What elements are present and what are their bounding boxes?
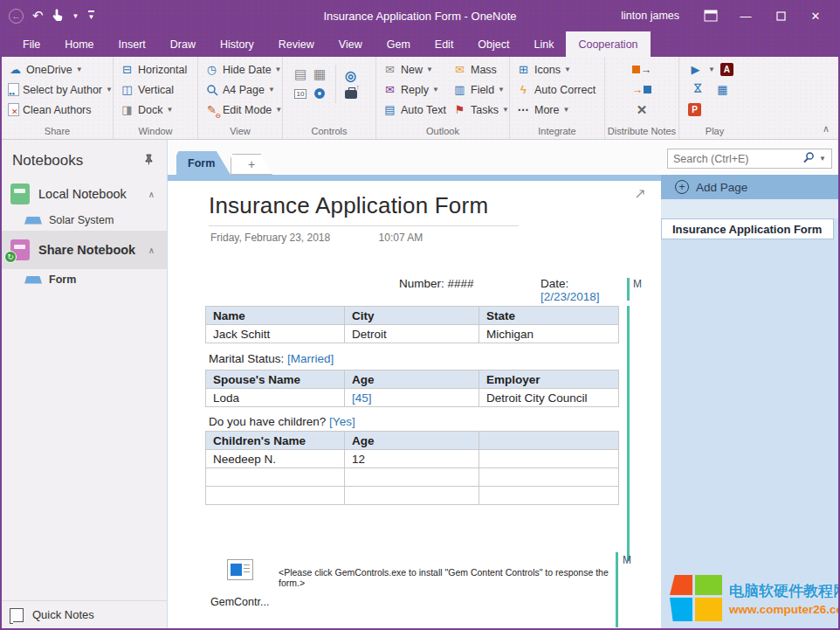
close-button[interactable]: ✕ (798, 3, 833, 29)
marital-status-label[interactable]: Marital Status: (209, 352, 284, 365)
notebook-local[interactable]: Local Notebook ∧ (2, 178, 167, 210)
table-header-cell[interactable]: Age (345, 370, 479, 389)
date-label[interactable]: Date: (540, 277, 568, 290)
expand-page-icon[interactable] (634, 188, 646, 204)
target-control-icon[interactable]: ◎ (343, 69, 358, 83)
maximize-button[interactable] (763, 3, 798, 29)
search-scope-dropdown-icon[interactable]: ▼ (819, 155, 826, 163)
distribute-pages-button[interactable]: → (605, 59, 678, 80)
table-cell[interactable]: Detroit City Council (479, 389, 619, 407)
scanner-icon[interactable]: ⋈ (691, 82, 705, 97)
section-solar-system[interactable]: Solar System (2, 210, 167, 231)
collapse-ribbon-icon[interactable]: ∧ (823, 123, 830, 135)
date-field-link[interactable]: [2/23/2018] (540, 290, 600, 303)
tab-history[interactable]: History (208, 31, 266, 57)
dock-button[interactable]: ◨ Dock ▼ (114, 100, 197, 120)
page-list-item[interactable]: Insurance Application Form (661, 218, 834, 239)
onedrive-button[interactable]: ☁ OneDrive ▼ (2, 59, 113, 80)
powerpoint-icon[interactable]: P (688, 103, 701, 116)
vertical-button[interactable]: ◫ Vertical (114, 80, 197, 100)
pin-icon[interactable] (143, 153, 155, 169)
briefcase-control-icon[interactable] (345, 90, 357, 99)
cancel-distribute-button[interactable]: ✕ (605, 100, 678, 120)
number-label[interactable]: Number: (399, 277, 444, 290)
tab-home[interactable]: Home (52, 31, 106, 57)
notebook-share[interactable]: ↻ Share Notebook ∧ (2, 231, 167, 269)
table-cell[interactable]: Needeep N. (206, 450, 345, 468)
search-box[interactable]: ▼ (667, 149, 832, 169)
tab-draw[interactable]: Draw (158, 31, 208, 57)
tab-file[interactable]: File (10, 31, 52, 57)
collect-pages-button[interactable]: → (605, 80, 678, 100)
table-cell[interactable] (206, 468, 345, 487)
quick-notes-button[interactable]: Quick Notes (2, 600, 167, 628)
hide-date-button[interactable]: ◷ Hide Date ▼ (198, 59, 282, 80)
table-header-cell[interactable]: Spouse's Name (206, 370, 345, 389)
table-header-cell[interactable]: State (479, 307, 619, 325)
table-header-cell[interactable]: Employer (479, 370, 619, 389)
table-globe-icon[interactable]: ▦ (715, 83, 730, 97)
slideshow-button[interactable]: ▶ ▼ A (679, 59, 750, 80)
select-by-author-button[interactable]: Select by Author ▼ (2, 80, 113, 100)
search-input[interactable] (673, 153, 798, 165)
section-tab-form[interactable]: Form (176, 151, 231, 175)
table-cell[interactable]: [45] (345, 389, 479, 407)
table-header-cell[interactable]: Age (345, 432, 479, 450)
table-control-icon[interactable]: ▦ (313, 67, 327, 81)
chevron-up-icon[interactable]: ∧ (148, 246, 155, 255)
chevron-up-icon[interactable]: ∧ (148, 190, 155, 199)
auto-correct-button[interactable]: ϟ Auto Correct (510, 80, 604, 100)
signed-in-user[interactable]: linton james (621, 10, 679, 22)
attachment-note[interactable]: <Please click GemControls.exe to install… (279, 567, 621, 588)
horizontal-button[interactable]: ⊟ Horizontal (114, 59, 197, 80)
tab-review[interactable]: Review (266, 31, 327, 57)
table-cell[interactable]: Jack Schitt (206, 325, 345, 343)
tasks-button[interactable]: ⚑ Tasks ▼ (446, 100, 509, 120)
table-cell[interactable] (345, 468, 479, 487)
table-header-cell[interactable]: City (345, 307, 479, 325)
ribbon-display-options-icon[interactable] (693, 3, 728, 29)
icons-button[interactable]: ⊞ Icons ▼ (510, 59, 604, 80)
clean-authors-button[interactable]: Clean Authors (2, 100, 113, 120)
table-cell[interactable]: Loda (206, 389, 345, 407)
tab-object[interactable]: Object (465, 31, 521, 57)
children-question-link[interactable]: [Yes] (329, 415, 355, 428)
tab-cooperation[interactable]: Cooperation (566, 31, 650, 57)
field-button[interactable]: ▥ Field ▼ (446, 80, 509, 100)
form-control-icon[interactable]: ▤ (293, 67, 308, 81)
section-form[interactable]: Form (2, 269, 167, 290)
marital-status-link[interactable]: [Married] (287, 352, 334, 365)
table-cell[interactable] (345, 487, 479, 505)
tab-link[interactable]: Link (522, 31, 567, 57)
edit-mode-button[interactable]: ✎ Edit Mode ▼ (198, 100, 282, 120)
table-cell[interactable] (479, 468, 619, 487)
attachment-file-icon[interactable] (227, 559, 253, 580)
tab-view[interactable]: View (327, 31, 375, 57)
tab-insert[interactable]: Insert (107, 31, 158, 57)
page-title[interactable]: Insurance Application Form (209, 192, 488, 219)
radio-control-icon[interactable] (314, 88, 325, 99)
form-field-link[interactable]: [45] (352, 391, 372, 405)
minimize-button[interactable]: — (728, 3, 763, 29)
new-mail-button[interactable]: ✉ New ▼ (376, 59, 446, 80)
table-cell[interactable]: Detroit (345, 325, 479, 343)
number-control-icon[interactable]: 10 (294, 89, 307, 99)
reply-button[interactable]: ✉ Reply ▼ (376, 80, 446, 100)
table-cell[interactable]: Michigan (479, 325, 619, 343)
tab-edit[interactable]: Edit (423, 31, 466, 57)
table-header-cell[interactable] (479, 432, 619, 450)
children-question-label[interactable]: Do you have children? (209, 415, 326, 428)
a4-page-button[interactable]: A4 Page ▼ (198, 80, 282, 100)
search-icon[interactable] (802, 151, 815, 167)
table-cell[interactable]: 12 (345, 450, 479, 468)
add-page-button[interactable]: + Add Page (661, 175, 838, 199)
attachment-name[interactable]: GemContr... (210, 596, 269, 608)
new-section-tab[interactable]: + (231, 154, 272, 175)
table-header-cell[interactable]: Name (206, 307, 345, 325)
mass-mail-button[interactable]: ✉ Mass (446, 59, 509, 80)
pdf-icon[interactable]: A (720, 63, 733, 76)
table-cell[interactable] (479, 487, 619, 505)
more-button[interactable]: ⋯ More ▼ (510, 100, 604, 120)
auto-text-button[interactable]: ▤ Auto Text (376, 100, 446, 120)
number-value[interactable]: #### (448, 277, 474, 290)
